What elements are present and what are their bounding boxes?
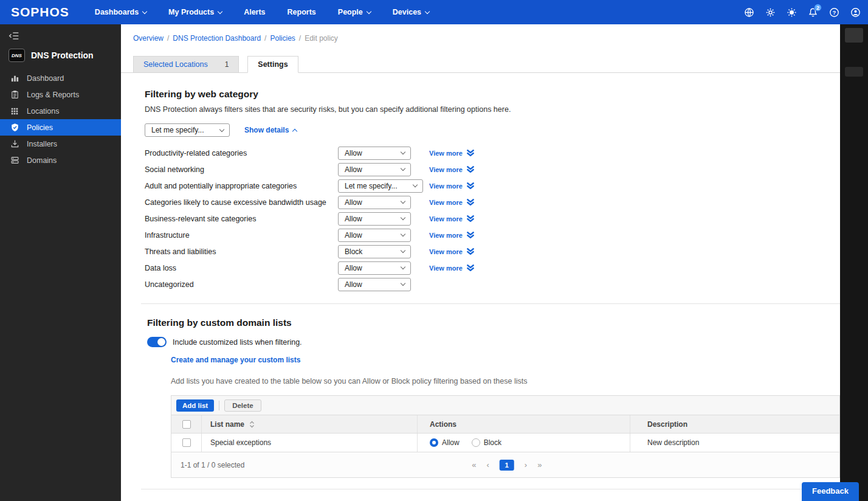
row-checkbox[interactable]	[182, 438, 191, 447]
select-value: Allow	[345, 231, 362, 240]
gear-icon[interactable]	[765, 7, 776, 18]
first-page-button[interactable]: «	[472, 460, 476, 469]
pagination: « ‹ 1 › »	[472, 460, 542, 471]
sidebar-item-dashboard[interactable]: Dashboard	[0, 70, 121, 86]
chevron-down-icon	[218, 9, 222, 13]
chevron-down-icon	[413, 182, 418, 187]
globe-icon[interactable]	[743, 7, 754, 18]
sidebar-item-domains[interactable]: Domains	[0, 152, 121, 168]
chevron-down-icon	[401, 166, 405, 171]
category-action-select[interactable]: Allow	[338, 212, 411, 226]
screen: SOPHOS Dashboards My Products Alerts Rep…	[0, 0, 868, 501]
chevron-down-icon	[401, 281, 405, 286]
notifications-bell-icon[interactable]: 2	[807, 7, 818, 18]
sophos-logo[interactable]: SOPHOS	[11, 5, 69, 19]
sort-icon	[249, 421, 255, 428]
web-category-section: Filtering by web category DNS Protection…	[121, 73, 840, 292]
select-all-checkbox[interactable]	[182, 420, 191, 429]
help-icon[interactable]: ?	[828, 7, 839, 18]
sidebar-item-policies[interactable]: Policies	[0, 119, 121, 136]
chevron-down-icon	[425, 9, 430, 13]
category-action-select[interactable]: Let me specify...	[338, 179, 423, 193]
sidebar-item-logs-reports[interactable]: Logs & Reports	[0, 86, 121, 103]
block-radio[interactable]	[472, 438, 480, 447]
category-action-select[interactable]: Allow	[338, 196, 411, 209]
select-value: Let me specify...	[345, 182, 397, 190]
nav-alerts[interactable]: Alerts	[244, 8, 265, 16]
category-action-select[interactable]: Allow	[338, 261, 411, 275]
category-action-select[interactable]: Allow	[338, 229, 411, 242]
nav-people[interactable]: People	[338, 8, 371, 16]
manage-custom-lists-link[interactable]: Create and manage your custom lists	[171, 356, 300, 364]
current-page-button[interactable]: 1	[500, 460, 514, 471]
row-select-cell	[171, 434, 201, 452]
grid-icon	[10, 106, 19, 116]
show-details-toggle[interactable]: Show details	[244, 126, 297, 134]
chevron-down-icon	[401, 248, 405, 253]
double-chevron-down-icon	[466, 215, 475, 223]
sidebar-item-label: Domains	[27, 156, 57, 165]
next-page-button[interactable]: ›	[525, 460, 527, 469]
allow-radio-label[interactable]: Allow	[442, 438, 460, 447]
delete-button[interactable]: Delete	[224, 399, 261, 412]
scrollbar-mark	[845, 67, 863, 77]
feedback-button[interactable]: Feedback	[802, 482, 859, 501]
breadcrumb-dns-dashboard[interactable]: DNS Protection Dashboard	[173, 34, 261, 43]
sidebar-nav: Dashboard Logs & Reports Locations Polic…	[0, 70, 121, 168]
view-more-link[interactable]: View more	[429, 182, 475, 190]
breadcrumb-policies[interactable]: Policies	[270, 34, 295, 43]
sidebar-collapse-button[interactable]	[9, 30, 19, 41]
view-more-link[interactable]: View more	[429, 199, 475, 206]
top-navigation: Dashboards My Products Alerts Reports Pe…	[95, 8, 429, 16]
breadcrumb: Overview/DNS Protection Dashboard/Polici…	[133, 34, 840, 43]
category-action-select[interactable]: Allow	[338, 278, 411, 291]
scrollbar[interactable]	[840, 24, 868, 501]
include-lists-toggle[interactable]	[147, 337, 167, 347]
list-name-value: Special exceptions	[210, 438, 271, 447]
toggle-label: Include customized lists when filtering.	[173, 338, 302, 347]
last-page-button[interactable]: »	[537, 460, 542, 469]
view-more-link[interactable]: View more	[429, 264, 475, 272]
allow-radio[interactable]	[430, 438, 438, 447]
view-more-link[interactable]: View more	[429, 248, 475, 255]
nav-dashboards[interactable]: Dashboards	[95, 8, 146, 16]
category-row: Categories likely to cause excessive ban…	[145, 194, 840, 210]
column-header-list-name[interactable]: List name	[201, 415, 417, 433]
view-more-link[interactable]: View more	[429, 166, 475, 173]
tab-selected-locations[interactable]: Selected Locations 1	[133, 56, 239, 73]
category-action-select[interactable]: Allow	[338, 147, 411, 160]
filter-mode-row: Let me specify... Show details	[145, 123, 840, 137]
view-more-link[interactable]: View more	[429, 150, 475, 157]
brightness-icon[interactable]	[786, 7, 797, 18]
double-chevron-down-icon	[466, 182, 475, 190]
nav-my-products[interactable]: My Products	[168, 8, 222, 16]
nav-reports[interactable]: Reports	[288, 8, 316, 16]
add-list-button[interactable]: Add list	[176, 399, 214, 412]
account-icon[interactable]	[850, 7, 861, 18]
category-action-select[interactable]: Block	[338, 245, 411, 258]
download-icon	[10, 139, 19, 149]
filter-mode-select[interactable]: Let me specify...	[145, 123, 230, 137]
block-radio-label[interactable]: Block	[484, 438, 501, 447]
column-label: List name	[210, 420, 244, 429]
scrollbar-thumb	[845, 28, 863, 43]
category-action-select[interactable]: Allow	[338, 163, 411, 176]
select-value: Allow	[345, 149, 362, 157]
category-row: Uncategorized Allow	[145, 276, 840, 292]
nav-label: Devices	[393, 8, 421, 16]
sidebar: DNS DNS Protection Dashboard Logs & Repo…	[0, 24, 121, 501]
chevron-down-icon	[401, 150, 405, 154]
nav-devices[interactable]: Devices	[393, 8, 429, 16]
product-header: DNS DNS Protection	[0, 43, 121, 70]
view-more-link[interactable]: View more	[429, 215, 475, 223]
category-row: Business-relevant site categories Allow …	[145, 210, 840, 227]
breadcrumb-overview[interactable]: Overview	[133, 34, 164, 43]
view-more-link[interactable]: View more	[429, 232, 475, 239]
previous-page-button[interactable]: ‹	[486, 460, 489, 469]
sidebar-item-installers[interactable]: Installers	[0, 136, 121, 152]
topbar-icons: 2 ?	[743, 7, 861, 18]
view-more-label: View more	[429, 150, 463, 157]
dns-logo: DNS	[9, 49, 25, 62]
tab-settings[interactable]: Settings	[247, 56, 298, 73]
sidebar-item-locations[interactable]: Locations	[0, 103, 121, 119]
